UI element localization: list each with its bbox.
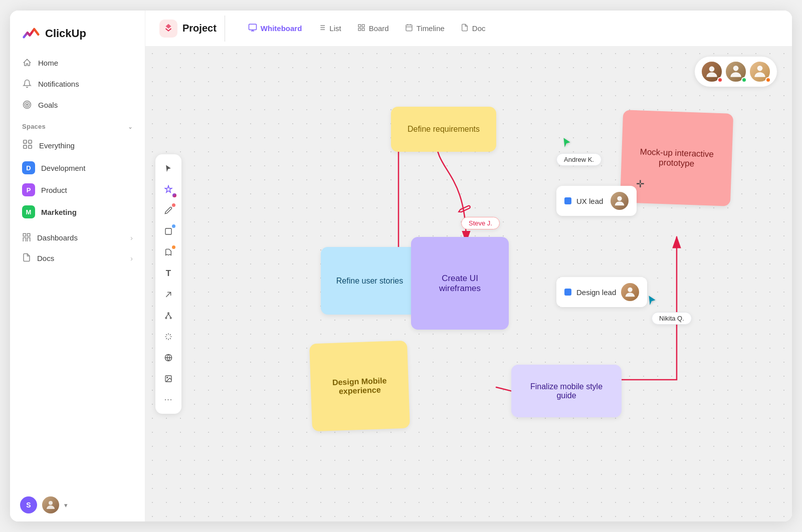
tab-list[interactable]: List xyxy=(311,20,348,37)
everything-icon xyxy=(22,139,33,152)
project-icon-box xyxy=(159,20,177,38)
more-tools-button[interactable]: ··· xyxy=(159,391,177,409)
svg-point-31 xyxy=(170,317,171,319)
tab-whiteboard[interactable]: Whiteboard xyxy=(241,19,309,38)
topbar-tabs: Whiteboard List Board xyxy=(233,19,493,38)
development-label: Development xyxy=(41,164,85,172)
dashboards-label: Dashboards xyxy=(37,233,78,242)
role-card-ux-lead: UX lead ✛ xyxy=(556,186,637,216)
card-finalize-text: Finalize mobile style guide xyxy=(521,382,612,400)
card-create-ui-text: Create UI wireframes xyxy=(421,274,499,294)
home-icon xyxy=(22,58,32,68)
sidebar-item-marketing[interactable]: M Marketing xyxy=(16,201,139,223)
note-tool-button[interactable] xyxy=(159,243,177,261)
svg-point-1 xyxy=(25,103,30,107)
svg-point-2 xyxy=(27,104,28,106)
design-lead-avatar xyxy=(621,283,639,301)
sidebar-item-everything[interactable]: Everything xyxy=(16,134,139,157)
svg-line-28 xyxy=(166,292,170,297)
svg-rect-23 xyxy=(406,25,412,31)
svg-rect-19 xyxy=(358,25,361,27)
sidebar-nav: Home Notifications Goals xyxy=(10,53,145,115)
marketing-label: Marketing xyxy=(41,208,77,216)
node-tool-button[interactable] xyxy=(159,307,177,325)
pencil-tool-button[interactable] xyxy=(159,201,177,219)
collab-avatar-1-wrap xyxy=(701,61,723,83)
user-dropdown-icon[interactable]: ▾ xyxy=(64,501,68,509)
globe-tool-button[interactable] xyxy=(159,349,177,367)
sidebar-item-notifications[interactable]: Notifications xyxy=(16,74,139,94)
arrow-tool-button[interactable] xyxy=(159,286,177,304)
goals-label: Goals xyxy=(38,101,58,109)
project-icon xyxy=(163,23,174,34)
list-tab-icon xyxy=(318,24,326,33)
everything-label: Everything xyxy=(39,141,75,150)
sidebar-item-product[interactable]: P Product xyxy=(16,179,139,201)
svg-point-41 xyxy=(733,66,739,71)
svg-line-32 xyxy=(166,314,168,318)
marketing-badge: M xyxy=(22,205,35,218)
ux-lead-text: UX lead xyxy=(576,197,603,205)
whiteboard-tab-label: Whiteboard xyxy=(261,24,302,33)
tab-doc[interactable]: Doc xyxy=(454,20,493,37)
development-badge: D xyxy=(22,161,35,174)
whiteboard-canvas[interactable]: T ··· xyxy=(145,47,792,521)
card-finalize-mobile[interactable]: Finalize mobile style guide xyxy=(511,365,622,417)
app-container: ClickUp Home Notifications xyxy=(10,11,792,521)
svg-point-42 xyxy=(757,66,763,71)
sidebar-item-dashboards[interactable]: Dashboards › xyxy=(16,228,139,247)
role-card-design-lead: Design lead xyxy=(556,277,647,307)
doc-tab-label: Doc xyxy=(472,24,486,33)
goals-icon xyxy=(22,100,32,110)
user-avatar-photo[interactable] xyxy=(42,496,59,513)
card-refine-user-stories[interactable]: Refine user stories xyxy=(321,247,419,315)
nikita-name: Nikita Q. xyxy=(659,315,684,322)
product-badge: P xyxy=(22,183,35,196)
sparkle-tool-button[interactable] xyxy=(159,328,177,346)
svg-rect-6 xyxy=(29,145,32,148)
collab-avatar-3-wrap xyxy=(749,61,771,83)
svg-rect-9 xyxy=(23,238,26,242)
select-tool-button[interactable] xyxy=(159,159,177,177)
chevron-down-icon[interactable]: ⌄ xyxy=(128,123,133,130)
sidebar-item-home[interactable]: Home xyxy=(16,53,139,73)
dashboards-arrow-icon: › xyxy=(130,233,133,242)
card-create-ui-wireframes[interactable]: Create UI wireframes xyxy=(411,237,509,330)
rect-tool-button[interactable] xyxy=(159,222,177,240)
collab-avatar-2-wrap xyxy=(725,61,747,83)
collab-status-1 xyxy=(717,77,723,83)
user-avatar-s[interactable]: S xyxy=(20,496,37,513)
sidebar: ClickUp Home Notifications xyxy=(10,11,145,521)
project-header: Project xyxy=(159,16,225,42)
svg-rect-10 xyxy=(28,238,30,242)
image-tool-button[interactable] xyxy=(159,370,177,388)
sidebar-item-docs[interactable]: Docs › xyxy=(16,248,139,268)
svg-rect-20 xyxy=(362,25,364,27)
tab-board[interactable]: Board xyxy=(350,20,396,37)
clickup-logo-icon xyxy=(22,25,40,43)
name-tag-steve: Steve J. xyxy=(461,217,500,229)
design-lead-dot xyxy=(564,289,571,296)
board-tab-icon xyxy=(357,24,365,33)
name-tag-andrew: Andrew K. xyxy=(556,153,602,166)
name-tag-nikita: Nikita Q. xyxy=(652,312,692,325)
steve-name: Steve J. xyxy=(469,219,492,227)
tab-timeline[interactable]: Timeline xyxy=(398,20,452,37)
collaborator-bar xyxy=(695,57,777,87)
svg-point-39 xyxy=(628,288,633,292)
card-mockup-prototype[interactable]: Mock-up interactive prototype xyxy=(620,110,733,206)
logo-area: ClickUp xyxy=(10,11,145,53)
spaces-title: Spaces xyxy=(22,123,46,130)
magic-tool-button[interactable] xyxy=(159,180,177,198)
sidebar-item-development[interactable]: D Development xyxy=(16,157,139,179)
card-mockup-text: Mock-up interactive prototype xyxy=(631,146,722,169)
svg-point-36 xyxy=(167,377,168,378)
notifications-label: Notifications xyxy=(38,80,79,88)
text-tool-button[interactable]: T xyxy=(159,264,177,283)
collab-status-2 xyxy=(741,77,747,83)
card-define-requirements[interactable]: Define requirements xyxy=(391,107,496,152)
svg-rect-7 xyxy=(23,233,26,236)
ux-lead-avatar xyxy=(611,192,629,210)
sidebar-item-goals[interactable]: Goals xyxy=(16,95,139,115)
card-design-mobile[interactable]: Design Mobile experience xyxy=(309,341,410,432)
